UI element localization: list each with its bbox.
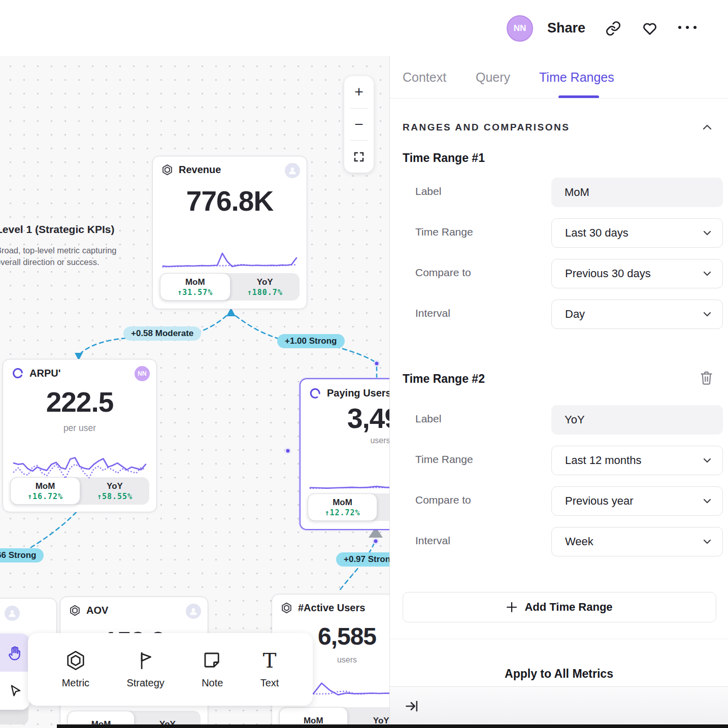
collapse-section-icon[interactable] xyxy=(703,124,712,130)
correlation-badge-rev-arpu[interactable]: +0.58 Moderate xyxy=(123,326,201,341)
metric-tree-canvas[interactable]: Level 1 (Strategic KPIs) Broad, top-leve… xyxy=(0,56,389,728)
card-title: Revenue xyxy=(179,164,221,176)
metric-value: 3,49 xyxy=(347,402,389,435)
time-range-toggle: MoM ↑12.72% xyxy=(308,493,389,521)
yoy-chip[interactable] xyxy=(377,493,389,521)
compare-to-select[interactable]: Previous 30 days xyxy=(551,259,723,288)
tab-context[interactable]: Context xyxy=(403,70,446,85)
mom-chip[interactable]: MoM ↑31.57% xyxy=(160,273,230,301)
card-title: ARPU' xyxy=(29,368,60,379)
favorite-icon[interactable] xyxy=(642,20,658,37)
card-title: Paying Users' xyxy=(327,387,389,399)
time-range-field-label: Time Range xyxy=(415,453,473,466)
group-note-title: Level 1 (Strategic KPIs) xyxy=(0,223,114,236)
yoy-chip[interactable]: YoY ↑180.7% xyxy=(230,273,300,301)
correlation-badge-arpu-child[interactable]: 66 Strong xyxy=(0,548,44,562)
chevron-down-icon xyxy=(703,271,711,276)
time-range-select[interactable]: Last 12 months xyxy=(551,446,723,475)
collapse-panel-icon[interactable] xyxy=(405,699,419,713)
share-button[interactable]: Share xyxy=(547,20,585,36)
time-range-select[interactable]: Last 30 days xyxy=(551,218,723,248)
compare-to-field-label: Compare to xyxy=(415,267,471,279)
chevron-down-icon xyxy=(703,458,711,463)
settings-panel: Context Query Time Ranges RANGES AND COM… xyxy=(390,56,728,728)
interval-field-label: Interval xyxy=(415,307,450,319)
label-field-label: Label xyxy=(415,185,441,197)
add-text-button[interactable]: T Text xyxy=(260,650,279,689)
text-tool-icon: T xyxy=(263,650,277,671)
metric-value: 222.5 xyxy=(3,386,156,418)
canvas-zoom-controls: + − xyxy=(344,76,374,173)
fit-view-button[interactable] xyxy=(344,141,374,173)
metric-unit: users xyxy=(357,436,389,445)
connector-handle-dot xyxy=(373,539,378,544)
add-time-range-button[interactable]: Add Time Range xyxy=(403,592,716,622)
interval-select[interactable]: Week xyxy=(551,527,723,556)
time-range-2-title: Time Range #2 xyxy=(403,372,485,386)
label-input[interactable]: MoM xyxy=(551,178,723,207)
sparkline xyxy=(12,446,148,487)
chevron-down-icon xyxy=(703,312,711,317)
owner-avatar[interactable] xyxy=(285,163,300,178)
chevron-down-icon xyxy=(703,539,711,544)
canvas-tool-strip xyxy=(0,634,29,710)
top-header: NN Share xyxy=(0,0,728,56)
time-range-field-label: Time Range xyxy=(415,226,473,238)
connector-handle-dot xyxy=(374,361,379,366)
correlation-badge-paying-active[interactable]: +0.97 Strong xyxy=(336,552,389,567)
loading-spinner-icon xyxy=(309,387,321,399)
metric-card-paying-users[interactable]: Paying Users' 3,49 users MoM ↑12.72% xyxy=(300,378,389,530)
zoom-out-button[interactable]: − xyxy=(344,109,374,141)
interval-select[interactable]: Day xyxy=(551,300,723,329)
time-range-toggle: MoM ↑31.57% YoY ↑180.7% xyxy=(160,273,300,301)
label-input[interactable]: YoY xyxy=(551,405,723,435)
card-title: AOV xyxy=(86,605,108,616)
owner-avatar[interactable] xyxy=(5,606,20,621)
user-avatar[interactable]: NN xyxy=(507,15,533,42)
tab-time-ranges[interactable]: Time Ranges xyxy=(539,70,614,85)
add-note-button[interactable]: Note xyxy=(202,650,223,689)
time-range-1-title: Time Range #1 xyxy=(403,151,485,165)
loading-spinner-icon xyxy=(12,367,24,379)
metric-card-arpu[interactable]: ARPU' NN 222.5 per user MoM ↑16.72% YoY … xyxy=(3,359,157,512)
zoom-in-button[interactable]: + xyxy=(344,76,374,108)
more-options-icon[interactable] xyxy=(678,26,697,29)
metric-hexagon-icon xyxy=(69,605,81,616)
sparkline xyxy=(161,239,299,272)
hand-tool-button[interactable] xyxy=(0,634,29,672)
mom-chip[interactable]: MoM ↑12.72% xyxy=(308,493,377,521)
metric-hexagon-icon xyxy=(281,602,292,614)
select-tool-button[interactable] xyxy=(0,672,29,710)
chevron-down-icon xyxy=(703,499,711,504)
section-title: RANGES AND COMPARISONS xyxy=(403,122,570,133)
metric-unit: per user xyxy=(3,423,156,434)
group-note-body: Broad, top-level metric capturing overal… xyxy=(0,245,120,269)
plus-icon xyxy=(506,602,517,613)
panel-footer xyxy=(390,686,728,728)
metric-card-revenue[interactable]: Revenue 776.8K MoM ↑31.57% YoY ↑180.7% xyxy=(152,156,307,309)
interval-field-label: Interval xyxy=(415,535,450,547)
add-metric-button[interactable]: Metric xyxy=(62,650,89,689)
owner-avatar[interactable] xyxy=(186,604,201,619)
sparkline xyxy=(308,458,389,494)
add-strategy-button[interactable]: Strategy xyxy=(126,650,164,689)
delete-time-range-icon[interactable] xyxy=(700,371,713,385)
metric-hexagon-icon xyxy=(161,164,173,176)
metric-value: 776.8K xyxy=(153,185,307,217)
tab-query[interactable]: Query xyxy=(476,70,510,85)
owner-avatar[interactable]: NN xyxy=(135,366,150,381)
canvas-toolbar: Metric Strategy Note T Text xyxy=(28,633,313,706)
label-field-label: Label xyxy=(415,413,441,425)
window-edge-bar xyxy=(57,724,728,728)
card-title: #Active Users xyxy=(298,602,365,614)
correlation-badge-rev-paying[interactable]: +1.00 Strong xyxy=(277,334,345,348)
compare-to-select[interactable]: Previous year xyxy=(551,486,723,516)
connector-handle-dot xyxy=(285,448,290,453)
copy-link-icon[interactable] xyxy=(605,20,621,37)
apply-to-all-metrics-button[interactable]: Apply to All Metrics xyxy=(390,667,728,681)
compare-to-field-label: Compare to xyxy=(415,494,471,506)
chevron-down-icon xyxy=(703,230,711,236)
